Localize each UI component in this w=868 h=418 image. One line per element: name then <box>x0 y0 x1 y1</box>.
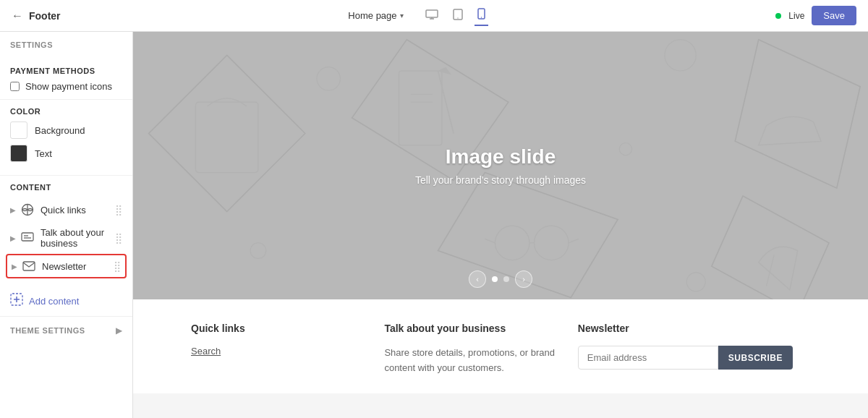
live-indicator-dot <box>775 13 781 19</box>
hero-subtitle: Tell your brand's story through images <box>415 174 586 186</box>
main-layout: SETTINGS PAYMENT METHODS Show payment ic… <box>0 32 868 418</box>
view-icons <box>422 5 488 26</box>
svg-rect-9 <box>22 233 33 241</box>
hero-title: Image slide <box>415 145 586 169</box>
svg-marker-16 <box>149 55 305 211</box>
back-button[interactable]: ← <box>12 9 23 22</box>
footer-col-talk-about: Talk about your business Share store det… <box>384 323 577 376</box>
payment-methods-section: PAYMENT METHODS Show payment icons <box>0 59 132 100</box>
theme-settings-item[interactable]: THEME SETTINGS ▶ <box>0 316 132 344</box>
desktop-view-icon[interactable] <box>422 7 441 25</box>
svg-rect-19 <box>399 71 441 145</box>
svg-point-6 <box>480 17 481 17</box>
newsletter-form: SUBSCRIBE <box>578 346 793 370</box>
show-payment-label[interactable]: Show payment icons <box>25 81 112 92</box>
topbar-center: Home page ▾ <box>348 5 488 26</box>
payment-methods-title: PAYMENT METHODS <box>10 67 122 75</box>
background-color-row: Background <box>10 121 122 139</box>
add-content-button[interactable]: Add content <box>0 286 132 316</box>
content-item-talk-about[interactable]: ▶ Talk about your business ⣿ <box>10 222 122 254</box>
home-page-label: Home page <box>348 10 396 21</box>
svg-rect-17 <box>195 102 258 172</box>
content-item-newsletter[interactable]: ▶ Newsletter ⣿ <box>6 254 127 278</box>
mobile-view-icon[interactable] <box>475 5 488 26</box>
footer-col2-text: Share store details, promotions, or bran… <box>384 346 560 376</box>
color-title: COLOR <box>10 107 122 116</box>
slider-prev-button[interactable]: ‹ <box>469 270 486 288</box>
chevron-down-icon: ▾ <box>400 12 404 20</box>
content-section: CONTENT ▶ Quick links ⣿ ▶ Talk ab <box>0 176 132 286</box>
svg-line-27 <box>485 239 495 242</box>
footer-col2-title: Talk about your business <box>384 323 560 334</box>
talk-about-icon <box>20 231 35 245</box>
topbar-right: Live Save <box>775 6 856 25</box>
svg-point-34 <box>619 142 631 155</box>
talk-about-label: Talk about your business <box>41 227 115 249</box>
svg-point-31 <box>317 67 340 90</box>
footer-col-newsletter: Newsletter SUBSCRIBE <box>578 323 810 376</box>
text-color-label: Text <box>35 148 52 159</box>
background-color-swatch[interactable] <box>10 121 27 139</box>
svg-rect-12 <box>23 262 35 270</box>
talk-about-arrow-icon: ▶ <box>10 234 16 242</box>
hero-content: Image slide Tell your brand's story thro… <box>415 145 586 186</box>
tablet-view-icon[interactable] <box>450 6 466 25</box>
svg-point-25 <box>534 226 569 260</box>
color-section: COLOR Background Text <box>0 100 132 176</box>
slider-controls: ‹ › <box>469 270 532 288</box>
talk-about-drag-icon[interactable]: ⣿ <box>115 232 122 244</box>
topbar: ← Footer Home page ▾ Live <box>0 0 868 32</box>
settings-section: SETTINGS <box>0 32 132 59</box>
payment-checkbox-row: Show payment icons <box>10 81 122 92</box>
svg-marker-37 <box>438 67 451 75</box>
canvas: Image slide Tell your brand's story thro… <box>133 32 868 418</box>
text-color-swatch[interactable] <box>10 145 27 162</box>
svg-point-32 <box>665 40 696 71</box>
footer-search-link[interactable]: Search <box>191 346 367 357</box>
quick-links-icon <box>20 202 35 217</box>
footer-section: Quick links Search Talk about your busin… <box>133 299 868 393</box>
footer-col3-title: Newsletter <box>578 323 793 334</box>
hero-slider: Image slide Tell your brand's story thro… <box>133 32 868 299</box>
live-label: Live <box>788 11 804 21</box>
footer-col1-title: Quick links <box>191 323 367 334</box>
footer-columns: Quick links Search Talk about your busin… <box>133 323 868 376</box>
newsletter-label: Newsletter <box>42 261 114 272</box>
svg-point-35 <box>686 273 705 291</box>
svg-point-24 <box>495 226 529 260</box>
slider-dot-1[interactable] <box>492 276 498 282</box>
svg-point-33 <box>250 243 266 259</box>
quick-links-drag-icon[interactable]: ⣿ <box>115 204 122 216</box>
slider-next-button[interactable]: › <box>515 270 532 288</box>
quick-links-label: Quick links <box>41 205 115 216</box>
quick-links-arrow-icon: ▶ <box>10 206 16 214</box>
sidebar: SETTINGS PAYMENT METHODS Show payment ic… <box>0 32 133 418</box>
svg-marker-22 <box>735 40 860 188</box>
text-color-row: Text <box>10 145 122 162</box>
content-item-quick-links[interactable]: ▶ Quick links ⣿ <box>10 197 122 222</box>
show-payment-checkbox[interactable] <box>10 82 20 91</box>
content-title: CONTENT <box>10 183 122 192</box>
newsletter-drag-icon[interactable]: ⣿ <box>114 260 121 272</box>
email-input[interactable] <box>578 346 718 370</box>
page-title: Footer <box>29 10 61 22</box>
topbar-left: ← Footer <box>12 9 61 22</box>
save-button[interactable]: Save <box>812 6 856 25</box>
home-page-selector[interactable]: Home page ▾ <box>348 10 403 21</box>
newsletter-arrow-icon: ▶ <box>12 263 17 270</box>
footer-col-quick-links: Quick links Search <box>191 323 384 376</box>
newsletter-icon <box>22 259 36 273</box>
background-color-label: Background <box>35 125 85 136</box>
svg-line-28 <box>569 239 579 242</box>
slider-dot-2[interactable] <box>503 276 509 282</box>
add-content-icon <box>10 293 23 309</box>
svg-rect-0 <box>426 10 438 17</box>
theme-settings-label: THEME SETTINGS <box>10 326 85 335</box>
theme-settings-arrow-icon: ▶ <box>116 325 122 336</box>
subscribe-button[interactable]: SUBSCRIBE <box>718 346 793 370</box>
svg-line-36 <box>438 71 454 133</box>
add-content-label: Add content <box>29 296 79 307</box>
settings-label: SETTINGS <box>10 40 122 49</box>
svg-marker-29 <box>712 196 829 299</box>
svg-point-4 <box>457 17 458 18</box>
